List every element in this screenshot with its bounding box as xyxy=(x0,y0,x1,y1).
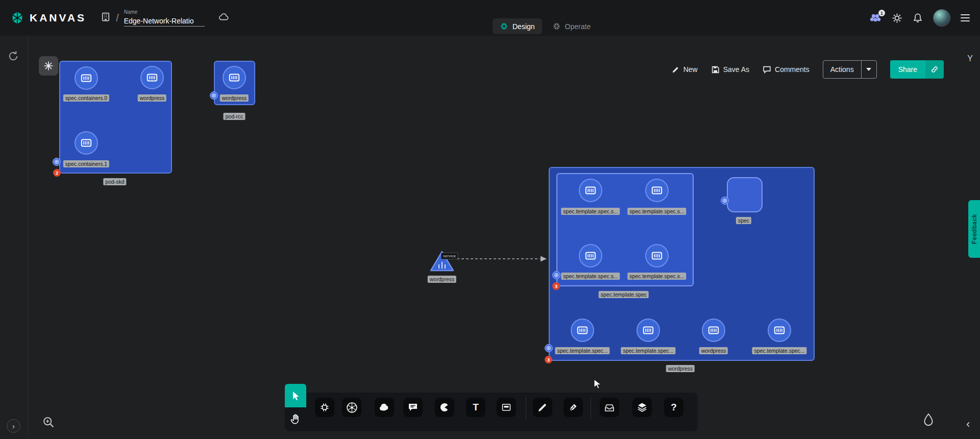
node-label: spec.template.spec.s... xyxy=(561,208,620,215)
sync-icon[interactable] xyxy=(7,50,19,64)
pan-tool[interactable] xyxy=(290,413,301,428)
kubernetes-tool[interactable] xyxy=(342,398,361,417)
note-icon xyxy=(500,401,512,413)
drop-icon[interactable] xyxy=(922,412,935,431)
node-label: spec.template.spec... xyxy=(752,347,806,354)
connections-icon[interactable]: 1 xyxy=(869,12,881,23)
node-label: spec.template.spec... xyxy=(621,347,675,354)
error-badge[interactable]: 3 xyxy=(545,356,552,363)
service-edge[interactable] xyxy=(449,253,554,264)
comment-tool[interactable] xyxy=(403,398,423,417)
share-button[interactable]: Share xyxy=(890,60,944,79)
new-button[interactable]: New xyxy=(671,65,698,74)
notifications-bell-icon[interactable] xyxy=(913,13,923,23)
edge-pencil-tool[interactable] xyxy=(533,398,552,417)
help-tool[interactable]: ? xyxy=(664,398,683,417)
drawer-tool[interactable] xyxy=(600,398,619,417)
snowflake-icon xyxy=(44,61,53,70)
doodle-icon xyxy=(438,401,451,413)
text-tool-icon: T xyxy=(473,402,479,413)
actions-button[interactable]: Actions xyxy=(823,60,877,79)
canvas-toolbar: New Save As Comments Actions xyxy=(671,60,944,79)
text-tool[interactable]: T xyxy=(466,398,485,417)
node-spec-containers-0[interactable] xyxy=(75,66,98,90)
share-link-icon[interactable] xyxy=(925,60,944,79)
container-icon xyxy=(773,324,786,337)
node-spec-containers-1[interactable] xyxy=(75,131,98,155)
share-label: Share xyxy=(890,60,925,79)
tab-design[interactable]: Design xyxy=(493,18,542,34)
design-tab-label: Design xyxy=(512,22,535,31)
spec-template-spec-group[interactable] xyxy=(556,173,694,286)
save-as-button[interactable]: Save As xyxy=(711,65,749,74)
layers-tool[interactable] xyxy=(632,398,652,417)
pencil-icon xyxy=(536,401,549,413)
comment-icon xyxy=(763,65,771,74)
kanvas-app: KANVAS / Name Design xyxy=(0,0,980,439)
container-icon xyxy=(650,184,664,197)
container-icon xyxy=(584,249,597,262)
container-icon xyxy=(650,249,664,262)
help-icon: ? xyxy=(671,402,677,413)
group-title: wordpress xyxy=(666,365,695,372)
design-name-field: Name xyxy=(124,9,205,27)
node-template-container[interactable] xyxy=(768,319,791,342)
settings-gear-icon[interactable] xyxy=(892,13,902,23)
comments-label: Comments xyxy=(775,65,810,74)
node-wordpress-container[interactable] xyxy=(702,319,725,342)
pen-nib-icon xyxy=(567,401,579,413)
node-template-container[interactable] xyxy=(645,179,669,202)
node-template-container[interactable] xyxy=(645,244,669,267)
breadcrumb-separator: / xyxy=(116,12,119,24)
org-icon[interactable] xyxy=(101,12,111,24)
node-template-container[interactable] xyxy=(579,179,602,202)
node-label: spec.template.spec.s... xyxy=(561,273,620,280)
components-tool[interactable] xyxy=(315,398,334,417)
zoom-icon[interactable] xyxy=(42,416,55,431)
container-icon xyxy=(707,324,720,337)
mouse-cursor xyxy=(592,378,603,391)
design-canvas[interactable]: › spec.containers.0 xyxy=(0,36,980,439)
pen-tool[interactable] xyxy=(564,398,583,417)
kanvas-logo-icon xyxy=(10,11,24,25)
note-tool[interactable] xyxy=(497,398,516,417)
group-title: pod-rcc xyxy=(223,113,245,120)
error-badge[interactable]: 2 xyxy=(53,169,61,177)
doodle-tool[interactable] xyxy=(435,398,454,417)
node-template-container[interactable] xyxy=(579,244,602,267)
edge-label: service xyxy=(441,253,458,259)
pencil-icon xyxy=(671,65,680,74)
kanvas-logo[interactable]: KANVAS xyxy=(10,11,86,25)
node-template-container[interactable] xyxy=(571,319,594,342)
comment-icon xyxy=(407,401,419,413)
tab-operate[interactable]: Operate xyxy=(545,18,598,34)
chevron-right-icon: › xyxy=(12,422,15,430)
dock-divider xyxy=(591,397,591,419)
group-title: spec.template.spec xyxy=(599,291,649,298)
error-badge[interactable]: 3 xyxy=(552,282,560,290)
node-label: spec.containers.0 xyxy=(63,94,109,102)
new-label: New xyxy=(683,65,698,74)
kubernetes-badge xyxy=(721,197,729,205)
shapes-tool[interactable] xyxy=(375,398,394,417)
layers-icon xyxy=(636,401,648,413)
node-wordpress-container[interactable] xyxy=(223,66,246,89)
container-icon xyxy=(228,71,241,84)
node-template-container[interactable] xyxy=(636,319,660,342)
menu-icon[interactable] xyxy=(961,14,970,21)
save-as-label: Save As xyxy=(723,65,749,74)
node-wordpress-container[interactable] xyxy=(140,66,164,89)
user-avatar[interactable] xyxy=(933,9,950,27)
spec-node[interactable] xyxy=(727,177,763,212)
snowflake-button[interactable] xyxy=(39,56,58,76)
expand-left-panel-button[interactable]: › xyxy=(7,419,20,433)
comments-button[interactable]: Comments xyxy=(763,65,810,74)
right-panel-handle[interactable]: Y xyxy=(967,54,973,63)
feedback-tab[interactable]: Feedback xyxy=(968,200,980,258)
actions-dropdown[interactable] xyxy=(861,61,876,78)
design-name-input[interactable] xyxy=(124,16,205,27)
notification-badge: 1 xyxy=(878,10,885,16)
container-icon xyxy=(576,324,589,337)
select-tool[interactable] xyxy=(285,384,306,407)
collapse-right-panel-button[interactable]: ‹ xyxy=(966,418,970,431)
